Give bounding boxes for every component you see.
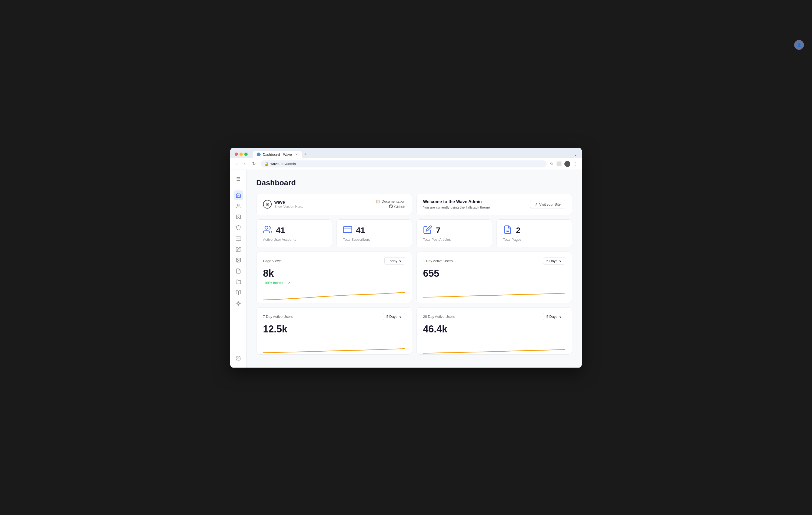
svg-point-6 (237, 259, 238, 260)
tab-title: Dashboard - Wave (263, 153, 292, 157)
wave-info-card: ⊛ wave Show Version Here. 📋 Documentatio… (256, 194, 412, 215)
page-title: Dashboard (256, 179, 572, 187)
app-body: ☰ (230, 170, 582, 368)
book-icon: 📋 (376, 199, 380, 204)
page-views-card: Page Views Today ∨ 8k 199% Increase ↗ (256, 251, 412, 303)
visit-site-button[interactable]: ↗ Visit your Site (530, 200, 565, 209)
page-views-dropdown[interactable]: Today ∨ (384, 257, 405, 265)
one-day-dropdown[interactable]: 5 Days ∨ (543, 257, 565, 265)
sidebar-item-home[interactable] (234, 190, 243, 200)
svg-rect-10 (343, 226, 352, 233)
sidebar-item-billing[interactable] (234, 234, 243, 243)
svg-point-2 (238, 216, 239, 217)
browser-window: Dashboard - Wave ✕ + ⌄ ‹ › ↻ 🔒 wave.test… (230, 148, 582, 368)
sidebar-item-settings[interactable] (234, 354, 243, 363)
welcome-title: Welcome to the Wave Admin (423, 199, 490, 204)
tab-favicon (257, 153, 261, 156)
twenty-eight-day-dropdown[interactable]: 5 Days ∨ (543, 313, 565, 320)
close-window-button[interactable] (235, 153, 238, 156)
traffic-lights (235, 153, 248, 156)
svg-point-9 (265, 226, 268, 229)
users-stat-number: 41 (276, 225, 285, 235)
seven-day-chart (263, 341, 405, 354)
stat-card-users: 41 Active User Accounts (256, 219, 332, 247)
one-day-chart (423, 285, 565, 299)
twenty-eight-day-chart (423, 341, 565, 354)
twenty-eight-day-value: 46.4k (423, 324, 565, 335)
metrics-row-2: 7 Day Active Users 5 Days ∨ 12.5k (256, 307, 572, 355)
pages-stat-label: Total Pages (503, 238, 565, 242)
pages-stat-number: 2 (516, 225, 521, 235)
svg-point-0 (237, 204, 239, 206)
pages-stat-icon (503, 225, 512, 235)
sidebar-item-posts[interactable] (234, 245, 243, 254)
chevron-icon: ∨ (559, 259, 562, 263)
tab-close-button[interactable]: ✕ (295, 153, 298, 156)
posts-stat-label: Total Post Articles (423, 238, 485, 242)
seven-day-dropdown[interactable]: 5 Days ∨ (383, 313, 405, 320)
subscribers-stat-number: 41 (356, 225, 365, 235)
users-stat-label: Active User Accounts (263, 238, 325, 242)
wave-logo: ⊛ wave Show Version Here. (263, 200, 303, 209)
wave-version: Show Version Here. (274, 205, 303, 209)
wave-links: 📋 Documentation GitHub (376, 199, 405, 209)
seven-day-value: 12.5k (263, 324, 405, 335)
forward-button[interactable]: › (242, 161, 247, 167)
wave-logo-icon: ⊛ (263, 200, 272, 209)
info-row: ⊛ wave Show Version Here. 📋 Documentatio… (256, 194, 572, 215)
documentation-link[interactable]: 📋 Documentation (376, 199, 405, 204)
svg-rect-3 (236, 237, 240, 240)
welcome-subtitle: You are currently using the Tallstack th… (423, 205, 490, 209)
twenty-eight-day-users-card: 28 Day Active Users 5 Days ∨ 46.4k (416, 307, 572, 355)
bookmark-icon[interactable]: ☆ (550, 161, 554, 166)
sidebar-item-themes[interactable] (234, 299, 243, 308)
back-button[interactable]: ‹ (235, 161, 239, 167)
welcome-text: Welcome to the Wave Admin You are curren… (423, 199, 490, 209)
one-day-users-card: 1 Day Active Users 5 Days ∨ 655 (416, 251, 572, 303)
one-day-value: 655 (423, 268, 565, 279)
title-bar: Dashboard - Wave ✕ + ⌄ (230, 148, 582, 158)
chevron-icon: ∨ (399, 259, 402, 263)
address-bar: ‹ › ↻ 🔒 wave.test/admin ☆ ⬜ ⋮ (230, 158, 582, 170)
sidebar: ☰ (230, 170, 246, 368)
address-bar-icons: ☆ ⬜ ⋮ (550, 161, 577, 167)
metrics-row-1: Page Views Today ∨ 8k 199% Increase ↗ (256, 251, 572, 303)
chevron-icon: ∨ (559, 315, 562, 319)
subscribers-stat-label: Total Subscribers (343, 238, 405, 242)
sidebar-item-security[interactable] (234, 223, 243, 233)
welcome-card: Welcome to the Wave Admin You are curren… (416, 194, 572, 215)
active-tab[interactable]: Dashboard - Wave ✕ (253, 151, 302, 158)
address-field[interactable]: 🔒 wave.test/admin (261, 160, 547, 167)
url-text: wave.test/admin (270, 162, 296, 166)
users-stat-icon (263, 225, 272, 235)
page-views-value: 8k (263, 268, 405, 279)
sidebar-item-profiles[interactable] (234, 212, 243, 222)
chevron-icon: ∨ (399, 315, 402, 319)
minimize-window-button[interactable] (239, 153, 243, 156)
posts-stat-icon (423, 225, 432, 235)
github-link[interactable]: GitHub (389, 205, 405, 209)
stat-card-pages: 2 Total Pages (496, 219, 572, 247)
sidebar-item-users[interactable] (234, 201, 243, 211)
maximize-window-button[interactable] (244, 153, 248, 156)
one-day-title: 1 Day Active Users (423, 259, 453, 263)
new-tab-button[interactable]: + (302, 151, 309, 158)
seven-day-users-card: 7 Day Active Users 5 Days ∨ 12.5k (256, 307, 412, 355)
stat-card-subscribers: 41 Total Subscribers (336, 219, 412, 247)
github-icon (389, 205, 393, 209)
posts-stat-number: 7 (436, 225, 441, 235)
refresh-button[interactable]: ↻ (251, 161, 257, 167)
sidebar-item-docs[interactable] (234, 288, 243, 298)
external-link-icon: ↗ (535, 202, 538, 207)
sidebar-item-media[interactable] (234, 255, 243, 265)
stats-row: 41 Active User Accounts 41 (256, 219, 572, 247)
window-chevron-button[interactable]: ⌄ (574, 152, 577, 157)
sidebar-item-pages[interactable] (234, 266, 243, 276)
sidebar-toggle-icon[interactable]: ☰ (234, 174, 243, 184)
profile-icon[interactable] (564, 161, 570, 167)
sidebar-item-files[interactable] (234, 277, 243, 287)
menu-icon[interactable]: ⋮ (573, 161, 577, 166)
svg-point-8 (238, 358, 239, 359)
extensions-icon[interactable]: ⬜ (556, 161, 562, 166)
seven-day-title: 7 Day Active Users (263, 315, 293, 319)
